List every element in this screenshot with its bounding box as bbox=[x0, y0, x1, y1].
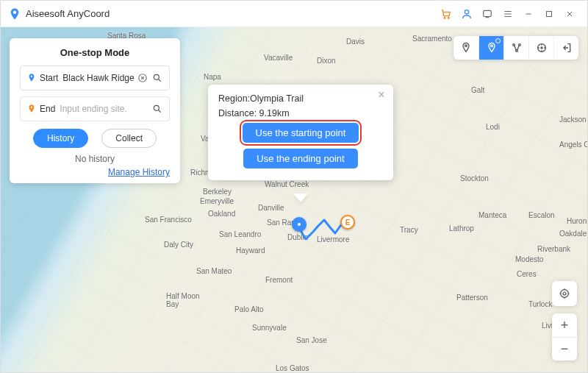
no-history-text: No history bbox=[20, 154, 170, 164]
map-label: Daly City bbox=[164, 241, 193, 249]
map-label: Galt bbox=[471, 86, 484, 94]
map-label: Manteca bbox=[478, 211, 506, 219]
history-tab[interactable]: History bbox=[33, 129, 88, 148]
mode-exit-button[interactable] bbox=[553, 36, 578, 60]
map-label: Davis bbox=[346, 38, 365, 46]
use-ending-point-button[interactable]: Use the ending point bbox=[243, 149, 357, 168]
start-marker[interactable] bbox=[292, 217, 306, 232]
mode-panel: One-stop Mode Start End History Collect … bbox=[10, 38, 180, 183]
svg-point-10 bbox=[490, 45, 492, 47]
map-label: Livermore bbox=[317, 235, 349, 244]
map-label: Lathrop bbox=[449, 224, 474, 232]
end-marker[interactable]: E bbox=[340, 215, 355, 230]
popup-region-value: Olympia Trail bbox=[250, 93, 304, 104]
svg-point-15 bbox=[541, 47, 542, 49]
svg-point-9 bbox=[465, 45, 467, 47]
map-label: Fremont bbox=[265, 276, 293, 284]
end-input[interactable] bbox=[60, 104, 150, 114]
end-row: End bbox=[20, 96, 170, 121]
mode-multistop-button[interactable] bbox=[503, 36, 528, 60]
map-label: Jackson bbox=[559, 116, 587, 124]
map-label: Stockton bbox=[460, 174, 489, 182]
map-label: Vacaville bbox=[264, 54, 293, 62]
manage-history-link[interactable]: Manage History bbox=[20, 167, 170, 177]
menu-button[interactable] bbox=[498, 4, 518, 24]
clear-start-button[interactable] bbox=[135, 71, 150, 85]
recenter-button[interactable] bbox=[552, 281, 577, 306]
popup-region-line: Region:Olympia Trail bbox=[218, 93, 383, 104]
map-label: San Leandro bbox=[219, 230, 261, 238]
map-label: Sunnyvale bbox=[252, 324, 287, 332]
start-label: Start bbox=[40, 73, 58, 83]
svg-rect-3 bbox=[484, 10, 492, 16]
map-label: Escalon bbox=[528, 211, 555, 219]
svg-point-7 bbox=[154, 74, 159, 79]
zoom-out-button[interactable]: − bbox=[552, 337, 577, 360]
map-label: Modesto bbox=[515, 255, 543, 263]
map-label: San Mateo bbox=[196, 267, 232, 275]
popup-distance-value: 9.19km bbox=[259, 108, 290, 118]
svg-point-16 bbox=[563, 292, 566, 295]
map-label: Walnut Creek bbox=[265, 180, 309, 188]
maximize-button[interactable] bbox=[539, 4, 559, 24]
popup-tail bbox=[293, 193, 308, 202]
map-label: San Francisco bbox=[145, 216, 192, 224]
end-marker-letter: E bbox=[345, 219, 351, 227]
svg-point-1 bbox=[448, 17, 449, 18]
mode-teleport-button[interactable] bbox=[453, 36, 478, 60]
map-label: Angels C bbox=[559, 141, 587, 149]
svg-point-5 bbox=[298, 223, 301, 226]
map-label: Lodi bbox=[486, 123, 500, 131]
collect-tab[interactable]: Collect bbox=[101, 129, 157, 148]
close-button[interactable] bbox=[559, 4, 580, 24]
popup-close-button[interactable]: × bbox=[376, 89, 387, 101]
map-label: Sacramento bbox=[412, 35, 452, 43]
minimize-button[interactable] bbox=[518, 4, 539, 24]
map-label: Patterson bbox=[456, 294, 488, 302]
app-title: Aiseesoft AnyCoord bbox=[26, 8, 110, 19]
end-pin-icon bbox=[26, 104, 37, 114]
map-label: Turlock bbox=[528, 300, 552, 308]
map-label: Los Gatos bbox=[276, 364, 309, 372]
svg-point-8 bbox=[154, 105, 159, 110]
svg-point-0 bbox=[444, 17, 445, 18]
start-input[interactable] bbox=[62, 73, 135, 83]
map-label: Dublin bbox=[287, 233, 308, 241]
search-start-button[interactable] bbox=[150, 71, 165, 85]
map-label: Riverbank bbox=[537, 245, 570, 253]
app-logo-icon bbox=[8, 7, 21, 21]
map-label: Ceres bbox=[517, 270, 537, 278]
svg-rect-4 bbox=[547, 11, 552, 16]
cart-button[interactable] bbox=[436, 4, 456, 24]
map-label: Hurons bbox=[567, 217, 587, 225]
svg-point-2 bbox=[465, 10, 468, 13]
popup-distance-label: Distance: bbox=[218, 108, 257, 118]
end-label: End bbox=[40, 104, 55, 114]
account-button[interactable] bbox=[456, 4, 477, 24]
mode-onestop-button[interactable] bbox=[478, 36, 503, 60]
feedback-button[interactable] bbox=[477, 4, 498, 24]
map-label: San Jose bbox=[296, 336, 327, 344]
start-pin-icon bbox=[26, 73, 37, 83]
zoom-group: + − bbox=[552, 313, 577, 360]
map-label: Oakdale bbox=[559, 230, 587, 238]
start-row: Start bbox=[20, 65, 170, 90]
map-label: Half Moon Bay bbox=[166, 292, 200, 308]
mode-joystick-button[interactable] bbox=[528, 36, 553, 60]
use-starting-point-button[interactable]: Use the starting point bbox=[243, 123, 359, 143]
zoom-in-button[interactable]: + bbox=[552, 313, 577, 337]
svg-point-17 bbox=[561, 290, 569, 298]
content-area: Santa Rosa Napa Vacaville Davis Dixon Sa… bbox=[1, 27, 587, 372]
mode-title: One-stop Mode bbox=[20, 47, 170, 58]
popup-distance-line: Distance: 9.19km bbox=[218, 108, 383, 118]
search-end-button[interactable] bbox=[150, 102, 165, 116]
mode-badge-icon bbox=[495, 38, 501, 43]
map-label: Danville bbox=[258, 204, 284, 212]
popup-region-label: Region: bbox=[218, 93, 250, 104]
map-label: Tracy bbox=[400, 226, 418, 234]
map-label: Napa bbox=[204, 73, 221, 81]
app-window: Aiseesoft AnyCoord Santa Rosa Napa Vacav… bbox=[0, 0, 588, 373]
map-mode-toolbar bbox=[453, 36, 578, 60]
map-label: Palo Alto bbox=[234, 305, 263, 313]
map-label: Dixon bbox=[317, 57, 336, 65]
